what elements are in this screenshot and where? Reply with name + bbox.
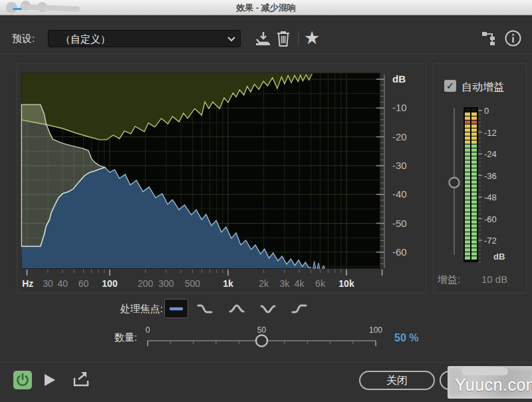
svg-text:-30: -30 [392, 160, 407, 171]
focus-shelf-down-icon [196, 302, 213, 315]
preset-dropdown-value: （自定义） [61, 33, 110, 46]
svg-text:6k: 6k [315, 278, 326, 289]
watermark-text: Yuucn.com [455, 375, 532, 395]
preset-dropdown[interactable]: （自定义） [48, 30, 241, 47]
svg-text:0: 0 [146, 325, 150, 335]
footer-divider [0, 362, 532, 363]
svg-text:30: 30 [43, 278, 53, 289]
focus-shelf-up-button[interactable] [290, 299, 309, 318]
svg-text:-72: -72 [484, 236, 497, 246]
svg-text:10k: 10k [338, 278, 354, 289]
svg-text:-60: -60 [392, 246, 407, 258]
favorite-star-icon[interactable]: ★ [304, 27, 320, 49]
gain-value: 10 dB [481, 274, 507, 285]
focus-bell-up-button[interactable] [227, 299, 246, 318]
focus-shelf-down-button[interactable] [196, 299, 214, 318]
svg-text:-60: -60 [484, 214, 497, 224]
focus-bell-down-button[interactable] [259, 299, 277, 318]
focus-bell-down-icon [259, 302, 277, 315]
svg-text:40: 40 [57, 278, 68, 289]
toolbar-divider [298, 31, 299, 46]
svg-text:-12: -12 [484, 128, 497, 138]
svg-text:50: 50 [257, 325, 267, 335]
preset-label: 预设: [12, 33, 35, 45]
save-preset-icon[interactable] [255, 31, 271, 47]
amount-value: 50 % [394, 332, 418, 344]
svg-text:2k: 2k [259, 278, 269, 289]
gain-meter-svg: 0-12-24-36-48-60-72dB [433, 63, 527, 294]
svg-text:-20: -20 [392, 131, 407, 142]
effect-power-button[interactable] [13, 371, 32, 389]
loop-playback-button[interactable] [72, 371, 90, 388]
focus-flat-icon [168, 302, 184, 315]
close-button[interactable]: 关闭 [359, 371, 435, 390]
power-icon [13, 371, 32, 389]
amount-slider-handle[interactable] [256, 335, 267, 347]
svg-text:-40: -40 [392, 188, 407, 200]
svg-text:500: 500 [185, 278, 201, 289]
focus-flat-button[interactable] [164, 299, 188, 318]
window-title: 效果 - 减少混响 [0, 2, 532, 14]
svg-text:100: 100 [369, 325, 382, 335]
gain-slider-handle[interactable] [450, 178, 460, 188]
svg-text:200: 200 [138, 278, 154, 289]
amount-slider-svg[interactable]: 050100 [113, 319, 426, 351]
svg-text:4k: 4k [295, 278, 305, 289]
focus-shelf-up-icon [291, 302, 308, 315]
svg-text:dB: dB [392, 73, 406, 85]
svg-text:100: 100 [102, 278, 118, 289]
svg-text:300: 300 [158, 278, 174, 289]
info-icon[interactable] [504, 29, 522, 47]
svg-text:3k: 3k [280, 278, 291, 289]
svg-text:-24: -24 [484, 149, 497, 159]
play-button[interactable] [44, 373, 56, 387]
gain-label: 增益: [438, 274, 460, 286]
svg-text:-36: -36 [484, 171, 497, 181]
spectrum-svg[interactable]: dB-10-20-30-40-50-60Hz304060100200300500… [17, 63, 426, 294]
chevron-down-icon [227, 36, 236, 43]
svg-text:0: 0 [484, 106, 489, 116]
svg-text:1k: 1k [223, 278, 233, 289]
svg-text:Hz: Hz [22, 278, 33, 289]
section-divider [0, 53, 532, 54]
focus-label: 处理焦点: [100, 303, 163, 315]
focus-bell-up-icon [228, 302, 245, 315]
title-bar: 效果 - 减少混响 [0, 0, 532, 15]
svg-text:-48: -48 [484, 192, 497, 202]
svg-text:-50: -50 [392, 218, 407, 229]
svg-text:60: 60 [78, 278, 89, 289]
routing-icon[interactable] [481, 31, 499, 47]
svg-text:-10: -10 [392, 102, 407, 113]
svg-text:dB: dB [493, 252, 505, 262]
watermark-smudge [462, 367, 508, 375]
delete-preset-icon[interactable] [275, 30, 291, 47]
